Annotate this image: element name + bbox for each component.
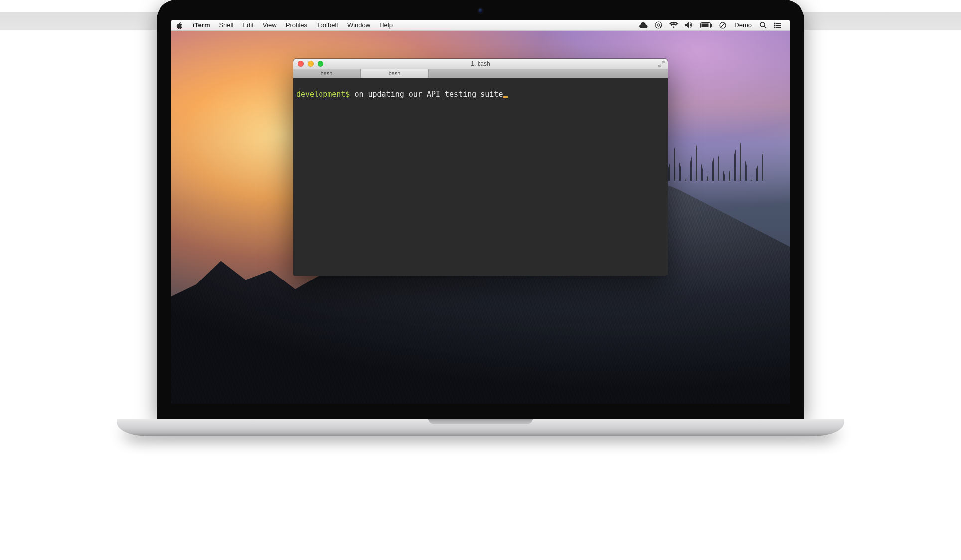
svg-line-6 — [721, 23, 725, 27]
macos-menubar: iTerm Shell Edit View Profiles Toolbelt … — [171, 20, 790, 31]
svg-rect-10 — [776, 23, 781, 24]
menubar-item-toolbelt[interactable]: Toolbelt — [312, 20, 343, 31]
terminal-cursor — [503, 96, 508, 98]
window-fullscreen-hint-icon[interactable] — [658, 61, 665, 67]
at-icon[interactable] — [651, 20, 666, 31]
svg-point-0 — [655, 22, 662, 28]
menubar-app-name[interactable]: iTerm — [188, 20, 214, 31]
sync-off-icon[interactable] — [716, 20, 730, 31]
apple-menu-icon[interactable] — [176, 22, 183, 29]
svg-line-8 — [764, 26, 766, 28]
window-minimize-button[interactable] — [308, 61, 314, 67]
menubar-item-profiles[interactable]: Profiles — [281, 20, 312, 31]
svg-rect-14 — [776, 27, 781, 28]
svg-rect-4 — [702, 23, 709, 27]
window-traffic-lights — [293, 61, 323, 67]
terminal-command-text: on updating our API testing suite — [350, 90, 503, 99]
laptop-screen: iTerm Shell Edit View Profiles Toolbelt … — [171, 20, 790, 404]
menubar-user-label[interactable]: Demo — [730, 20, 756, 31]
menubar-item-help[interactable]: Help — [375, 20, 397, 31]
battery-icon[interactable] — [697, 20, 716, 31]
laptop-camera — [478, 8, 483, 13]
terminal-tab-bar: bash bash — [293, 69, 668, 78]
terminal-tab-label: bash — [321, 70, 333, 76]
svg-point-1 — [657, 24, 660, 26]
laptop-bezel: iTerm Shell Edit View Profiles Toolbelt … — [157, 0, 804, 419]
volume-icon[interactable] — [682, 20, 697, 31]
menubar-item-shell[interactable]: Shell — [214, 20, 238, 31]
svg-rect-3 — [711, 24, 712, 26]
terminal-tab-bar-filler — [429, 69, 668, 78]
svg-rect-12 — [776, 25, 781, 26]
terminal-tab-1[interactable]: bash — [293, 69, 361, 78]
svg-point-9 — [774, 22, 775, 24]
notification-center-icon[interactable] — [770, 20, 785, 31]
menubar-item-edit[interactable]: Edit — [238, 20, 258, 31]
menubar-item-window[interactable]: Window — [343, 20, 375, 31]
terminal-tab-label: bash — [389, 70, 401, 76]
svg-point-11 — [774, 24, 775, 26]
svg-point-13 — [774, 26, 775, 28]
terminal-body[interactable]: development$ on updating our API testing… — [293, 78, 668, 276]
cloud-icon[interactable] — [636, 20, 651, 31]
laptop-frame: iTerm Shell Edit View Profiles Toolbelt … — [157, 0, 804, 436]
window-close-button[interactable] — [298, 61, 304, 67]
spotlight-search-icon[interactable] — [756, 20, 770, 31]
window-title: 1. bash — [293, 60, 668, 67]
window-zoom-button[interactable] — [318, 61, 323, 67]
laptop-base — [117, 419, 844, 436]
svg-point-7 — [760, 22, 765, 27]
iterm-window[interactable]: 1. bash bash bash development$ on updati… — [293, 59, 668, 276]
terminal-prompt: development$ — [296, 90, 350, 99]
menubar-item-view[interactable]: View — [258, 20, 281, 31]
terminal-tab-2[interactable]: bash — [361, 69, 429, 78]
window-titlebar[interactable]: 1. bash — [293, 59, 668, 69]
wifi-icon[interactable] — [666, 20, 682, 31]
